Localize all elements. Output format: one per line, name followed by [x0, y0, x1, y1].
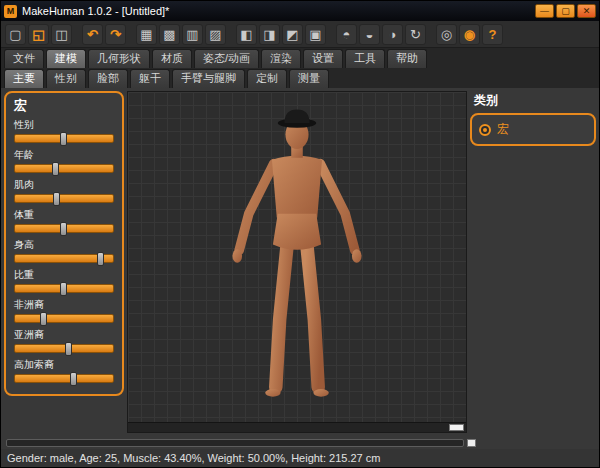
- muscle-slider-track[interactable]: [14, 194, 114, 203]
- sub-tab-measure[interactable]: 测量: [289, 69, 329, 88]
- resize-grip[interactable]: [467, 439, 476, 447]
- proportions-slider-handle[interactable]: [60, 282, 67, 296]
- age-slider-handle[interactable]: [52, 162, 59, 176]
- proportions-slider[interactable]: 比重: [14, 268, 114, 293]
- african-slider-track[interactable]: [14, 314, 114, 323]
- weight-slider-handle[interactable]: [60, 222, 67, 236]
- asian-slider-track[interactable]: [14, 344, 114, 353]
- menu-tab-bar: 文件 建模 几何形状 材质 姿态/动画 渲染 设置 工具 帮助: [1, 48, 599, 68]
- smooth-shading-toggle-icon[interactable]: ▨: [205, 24, 226, 45]
- sub-tab-gender[interactable]: 性别: [46, 69, 86, 88]
- sub-tab-main[interactable]: 主要: [4, 69, 44, 88]
- asian-slider[interactable]: 亚洲裔: [14, 328, 114, 353]
- muscle-slider-handle[interactable]: [53, 192, 60, 206]
- symmetry-toggle-icon[interactable]: ◩: [282, 24, 303, 45]
- caucasian-slider-track[interactable]: [14, 374, 114, 383]
- grid-toggle-icon[interactable]: ▦: [136, 24, 157, 45]
- category-box: 宏: [470, 113, 596, 146]
- menu-tab-file[interactable]: 文件: [4, 49, 44, 68]
- weight-slider[interactable]: 体重: [14, 208, 114, 233]
- weight-slider-track[interactable]: [14, 224, 114, 233]
- top-view-icon[interactable]: ◓: [336, 24, 357, 45]
- viewport-hscrollbar[interactable]: [128, 422, 466, 432]
- symmetry-left-icon[interactable]: ◧: [236, 24, 257, 45]
- window-title: MakeHuman 1.0.2 - [Untitled]*: [22, 5, 533, 17]
- new-file-icon[interactable]: ▢: [5, 24, 26, 45]
- status-text: Gender: male, Age: 25, Muscle: 43.40%, W…: [7, 452, 380, 464]
- close-button[interactable]: ✕: [577, 4, 596, 18]
- african-slider[interactable]: 非洲裔: [14, 298, 114, 323]
- symmetry-right-icon[interactable]: ◨: [259, 24, 280, 45]
- height-slider[interactable]: 身高: [14, 238, 114, 263]
- progress-bar: [6, 439, 464, 447]
- progress-row: [1, 436, 599, 449]
- sub-tab-face[interactable]: 脸部: [88, 69, 128, 88]
- global-camera-icon[interactable]: ◎: [436, 24, 457, 45]
- muscle-slider[interactable]: 肌肉: [14, 178, 114, 203]
- status-bar: Gender: male, Age: 25, Muscle: 43.40%, W…: [1, 449, 599, 467]
- menu-tab-utilities[interactable]: 工具: [345, 49, 385, 68]
- african-slider-handle[interactable]: [40, 312, 47, 326]
- face-camera-icon[interactable]: ◉: [459, 24, 480, 45]
- menu-tab-pose-animate[interactable]: 姿态/动画: [194, 49, 259, 68]
- menu-tab-settings[interactable]: 设置: [303, 49, 343, 68]
- age-slider-label: 年龄: [14, 148, 114, 162]
- sub-tab-arms-legs[interactable]: 手臂与腿脚: [172, 69, 245, 88]
- title-bar: M MakeHuman 1.0.2 - [Untitled]* — ▢ ✕: [1, 1, 599, 21]
- height-slider-handle[interactable]: [97, 252, 104, 266]
- radio-selected-icon[interactable]: [479, 124, 491, 136]
- category-option-label: 宏: [497, 121, 509, 138]
- proportions-slider-track[interactable]: [14, 284, 114, 293]
- gender-slider[interactable]: 性别: [14, 118, 114, 143]
- macro-panel: 宏 性别 年龄 肌肉 体重 身高 比重: [4, 91, 124, 396]
- height-slider-label: 身高: [14, 238, 114, 252]
- gender-slider-handle[interactable]: [60, 132, 67, 146]
- menu-tab-help[interactable]: 帮助: [387, 49, 427, 68]
- save-file-icon[interactable]: ◫: [51, 24, 72, 45]
- menu-tab-materials[interactable]: 材质: [152, 49, 192, 68]
- wireframe-toggle-icon[interactable]: ▥: [182, 24, 203, 45]
- app-logo-icon: M: [4, 5, 17, 18]
- makehuman-window: M MakeHuman 1.0.2 - [Untitled]* — ▢ ✕ ▢ …: [0, 0, 600, 468]
- sub-tab-custom[interactable]: 定制: [247, 69, 287, 88]
- category-option-macro[interactable]: 宏: [479, 121, 587, 138]
- caucasian-slider-handle[interactable]: [70, 372, 77, 386]
- human-model[interactable]: [182, 98, 412, 416]
- viewport-hscroll-thumb[interactable]: [449, 424, 464, 431]
- viewport-3d[interactable]: [127, 91, 467, 433]
- age-slider-track[interactable]: [14, 164, 114, 173]
- main-area: 宏 性别 年龄 肌肉 体重 身高 比重: [1, 88, 599, 436]
- muscle-slider-label: 肌肉: [14, 178, 114, 192]
- category-title: 类别: [474, 92, 596, 109]
- help-icon[interactable]: ?: [482, 24, 503, 45]
- macro-panel-title: 宏: [14, 97, 114, 115]
- caucasian-slider-label: 高加索裔: [14, 358, 114, 372]
- redo-icon[interactable]: ↷: [105, 24, 126, 45]
- toolbar: ▢ ◱ ◫ ↶ ↷ ▦ ▩ ▥ ▨ ◧ ◨ ◩ ▣ ◓ ◒ ◑ ↻ ◎ ◉ ?: [1, 21, 599, 48]
- height-slider-track[interactable]: [14, 254, 114, 263]
- reset-camera-icon[interactable]: ↻: [405, 24, 426, 45]
- caucasian-slider[interactable]: 高加索裔: [14, 358, 114, 383]
- open-folder-icon[interactable]: ◱: [28, 24, 49, 45]
- asian-slider-label: 亚洲裔: [14, 328, 114, 342]
- gender-slider-track[interactable]: [14, 134, 114, 143]
- undo-icon[interactable]: ↶: [82, 24, 103, 45]
- menu-tab-modelling[interactable]: 建模: [46, 49, 86, 68]
- age-slider[interactable]: 年龄: [14, 148, 114, 173]
- menu-tab-geometries[interactable]: 几何形状: [88, 49, 150, 68]
- proportions-slider-label: 比重: [14, 268, 114, 282]
- side-view-icon[interactable]: ◑: [382, 24, 403, 45]
- african-slider-label: 非洲裔: [14, 298, 114, 312]
- maximize-button[interactable]: ▢: [556, 4, 575, 18]
- minimize-button[interactable]: —: [535, 4, 554, 18]
- menu-tab-rendering[interactable]: 渲染: [261, 49, 301, 68]
- front-view-icon[interactable]: ◒: [359, 24, 380, 45]
- gender-slider-label: 性别: [14, 118, 114, 132]
- weight-slider-label: 体重: [14, 208, 114, 222]
- sub-tab-torso[interactable]: 躯干: [130, 69, 170, 88]
- category-panel: 类别 宏: [470, 91, 596, 433]
- sub-tab-bar: 主要 性别 脸部 躯干 手臂与腿脚 定制 测量: [1, 68, 599, 88]
- subdivision-toggle-icon[interactable]: ▩: [159, 24, 180, 45]
- background-toggle-icon[interactable]: ▣: [305, 24, 326, 45]
- asian-slider-handle[interactable]: [65, 342, 72, 356]
